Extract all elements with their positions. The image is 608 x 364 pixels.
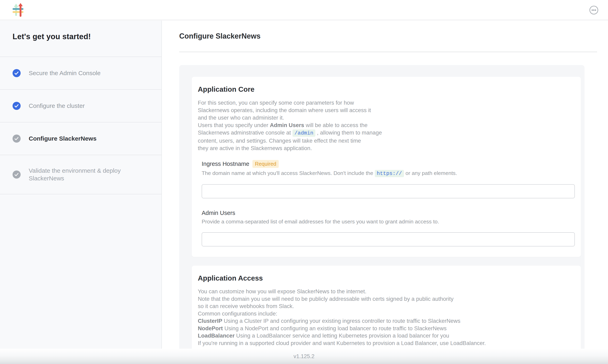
text-line: Common configurations include: bbox=[198, 310, 571, 318]
text-line: ClusterIP Using a Cluster IP and configu… bbox=[198, 317, 571, 325]
text-line: Note that the domain you use will need t… bbox=[198, 295, 571, 303]
text-line: LoadBalancer Using a LoadBalancer servic… bbox=[198, 332, 571, 339]
application-core-description: For this section, you can specify some c… bbox=[198, 99, 571, 152]
ingress-hostname-input[interactable] bbox=[202, 184, 575, 198]
config-panel: Application Core For this section, you c… bbox=[179, 65, 584, 349]
admin-users-label: Admin Users bbox=[202, 210, 235, 216]
text-line: Users that you specify under Admin Users… bbox=[198, 121, 571, 129]
application-core-title: Application Core bbox=[198, 85, 571, 93]
text-line: You can customize how you will expose Sl… bbox=[198, 288, 571, 295]
admin-path-code: /admin bbox=[292, 130, 316, 137]
top-bar bbox=[0, 0, 608, 20]
ingress-hostname-description: The domain name at which you'll access S… bbox=[202, 170, 571, 177]
admin-users-description: Provide a comma-separated list of email … bbox=[202, 218, 571, 225]
sidebar-step-secure-admin-console[interactable]: Secure the Admin Console bbox=[0, 57, 161, 90]
slackernews-logo-icon bbox=[12, 3, 26, 17]
ingress-hostname-label: Ingress Hostname bbox=[202, 161, 249, 167]
version-label: v1.125.2 bbox=[293, 353, 315, 360]
text-line: NodePort Using a NodePort and configurin… bbox=[198, 325, 571, 332]
sidebar-step-configure-cluster[interactable]: Configure the cluster bbox=[0, 90, 161, 122]
title-divider bbox=[179, 52, 597, 52]
admin-users-label-row: Admin Users bbox=[202, 210, 571, 216]
admin-users-input[interactable] bbox=[202, 232, 575, 247]
application-core-card: Application Core For this section, you c… bbox=[192, 77, 581, 257]
text-line: they are active in the Slackernews appli… bbox=[198, 144, 571, 152]
footer: v1.125.2 bbox=[0, 349, 608, 364]
page-title: Configure SlackerNews bbox=[179, 32, 261, 40]
step-label: Configure SlackerNews bbox=[29, 135, 97, 143]
text-line: content, users, and settings. Changes wi… bbox=[198, 137, 571, 144]
sidebar-step-validate-deploy[interactable]: Validate the environment & deploy Slacke… bbox=[0, 155, 161, 194]
ellipsis-icon bbox=[589, 5, 599, 15]
ingress-hostname-field: Ingress Hostname Required The domain nam… bbox=[202, 160, 571, 198]
step-label: Validate the environment & deploy Slacke… bbox=[29, 167, 132, 182]
setup-steps-sidebar: Let's get you started! Secure the Admin … bbox=[0, 21, 162, 349]
text-line: Slackernews adminstrative console at /ad… bbox=[198, 129, 571, 137]
check-icon bbox=[13, 170, 21, 179]
sidebar-step-configure-slackernews[interactable]: Configure SlackerNews bbox=[0, 122, 161, 155]
check-icon bbox=[13, 134, 21, 143]
text-line: If you're running in a supported cloud p… bbox=[198, 339, 571, 347]
required-badge: Required bbox=[252, 160, 279, 168]
more-menu-button[interactable] bbox=[589, 5, 599, 15]
admin-users-field: Admin Users Provide a comma-separated li… bbox=[202, 210, 571, 247]
step-label: Secure the Admin Console bbox=[29, 69, 100, 77]
slackernews-logo[interactable] bbox=[12, 3, 26, 17]
step-label: Configure the cluster bbox=[29, 102, 85, 110]
ingress-hostname-label-row: Ingress Hostname Required bbox=[202, 160, 571, 168]
sidebar-heading: Let's get you started! bbox=[0, 21, 161, 57]
application-access-card: Application Access You can customize how… bbox=[192, 266, 581, 349]
text-line: Slackernews operates, including the doma… bbox=[198, 106, 571, 114]
https-scheme-code: https:// bbox=[375, 170, 404, 177]
text-line: For this section, you can specify some c… bbox=[198, 99, 571, 106]
application-access-description: You can customize how you will expose Sl… bbox=[198, 288, 571, 347]
text-line: and the user who can administer it. bbox=[198, 114, 571, 121]
application-access-title: Application Access bbox=[198, 274, 571, 282]
text-line: so it can receive webhooks from Slack. bbox=[198, 303, 571, 310]
check-icon bbox=[13, 102, 21, 110]
sidebar-title: Let's get you started! bbox=[13, 32, 161, 41]
check-icon bbox=[13, 69, 21, 77]
